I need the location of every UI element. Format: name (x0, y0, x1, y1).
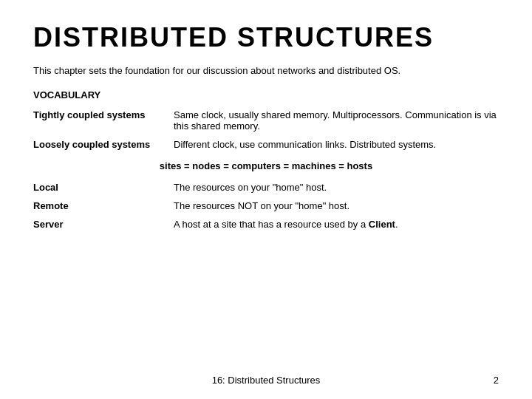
sites-equation: sites = nodes = computers = machines = h… (33, 160, 499, 171)
server-punctuation: . (395, 219, 398, 230)
footer-page: 2 (494, 375, 499, 386)
vocab-row-loosely: Loosely coupled systems Different clock,… (33, 139, 499, 150)
vocab-term-loosely: Loosely coupled systems (33, 139, 174, 150)
lr-term-server: Server (33, 219, 174, 230)
lr-row-local: Local The resources on your "home" host. (33, 182, 499, 193)
vocabulary-table: Tightly coupled systems Same clock, usua… (33, 109, 499, 150)
server-def-text: A host at a site that has a resource use… (174, 219, 366, 230)
footer-label: 16: Distributed Structures (33, 375, 499, 386)
lr-def-remote: The resources NOT on your "home" host. (174, 200, 499, 211)
lr-def-local: The resources on your "home" host. (174, 182, 499, 193)
vocab-row-tightly: Tightly coupled systems Same clock, usua… (33, 109, 499, 132)
lr-term-local: Local (33, 182, 174, 193)
page-title: DISTRIBUTED STRUCTURES (33, 22, 499, 53)
lr-row-server: Server A host at a site that has a resou… (33, 219, 499, 230)
page: DISTRIBUTED STRUCTURES This chapter sets… (0, 0, 532, 399)
lr-row-remote: Remote The resources NOT on your "home" … (33, 200, 499, 211)
client-bold-text: Client (369, 219, 395, 230)
footer: 16: Distributed Structures 2 (0, 375, 532, 386)
vocabulary-label: VOCABULARY (33, 89, 499, 100)
lr-term-remote: Remote (33, 200, 174, 211)
lr-def-server: A host at a site that has a resource use… (174, 219, 499, 230)
vocab-def-tightly: Same clock, usually shared memory. Multi… (174, 109, 499, 132)
subtitle: This chapter sets the foundation for our… (33, 65, 499, 76)
local-remote-table: Local The resources on your "home" host.… (33, 182, 499, 230)
vocab-def-loosely: Different clock, use communication links… (174, 139, 499, 150)
vocab-term-tightly: Tightly coupled systems (33, 109, 174, 120)
